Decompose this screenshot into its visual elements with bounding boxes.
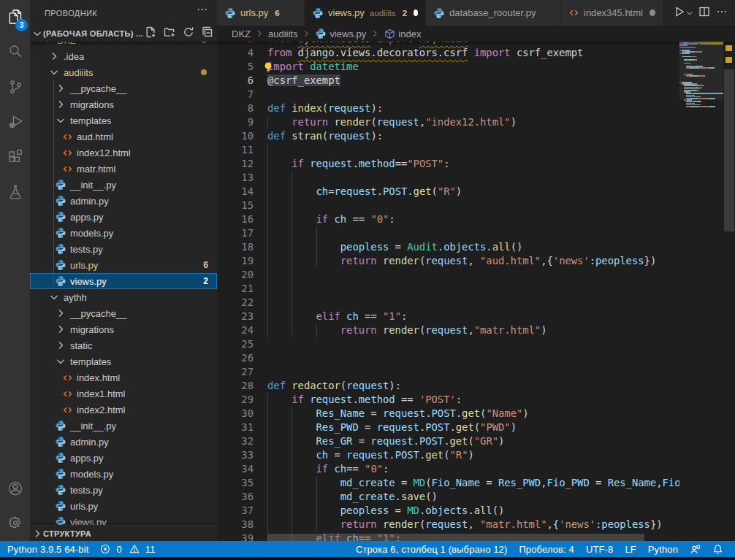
minimap[interactable] <box>679 42 723 541</box>
code-line-37[interactable]: 37 peopless = MD.objects.all() <box>217 504 679 518</box>
code-line-32[interactable]: 32 Res_GR = request.POST.get("GR") <box>217 434 679 448</box>
code-line-8[interactable]: 8def index(request): <box>217 101 679 115</box>
code-line-13[interactable]: 13 <box>217 171 679 185</box>
tree-file-index1.html[interactable]: index1.html <box>30 386 217 402</box>
dirty-indicator-icon[interactable] <box>650 9 655 16</box>
status-python-interpreter[interactable]: Python 3.9.5 64-bit <box>7 544 94 555</box>
code-line-24[interactable]: 24 return render(request,"matr.html") <box>217 323 679 337</box>
code-line-38[interactable]: 38 return render(request, "matr.html",{'… <box>217 518 679 532</box>
status-cursor-position[interactable]: Строка 6, столбец 1 (выбрано 12) <box>356 544 513 555</box>
code-line-23[interactable]: 23 elif ch == "1": <box>217 310 679 323</box>
code-line-29[interactable]: 29 if request.method == 'POST': <box>217 393 679 407</box>
tree-file-urls.py[interactable]: urls.py6 <box>30 257 217 273</box>
tree-file-matr.html[interactable]: matr.html <box>30 161 217 177</box>
new-file-button[interactable] <box>143 26 158 41</box>
horizontal-scrollbar[interactable] <box>267 534 644 541</box>
split-editor-button[interactable] <box>697 4 712 22</box>
tree-folder-migrations[interactable]: migrations <box>30 96 217 112</box>
refresh-button[interactable] <box>181 26 196 41</box>
tree-folder-audiiits[interactable]: audiiits <box>30 64 217 80</box>
tree-folder-templates[interactable]: templates <box>30 353 217 369</box>
activity-bar-run-debug-icon[interactable] <box>0 106 30 138</box>
code-line-21[interactable]: 21 <box>217 282 679 296</box>
tree-file-urls.py[interactable]: urls.py <box>30 498 217 514</box>
code-line-22[interactable]: 22 <box>217 296 679 310</box>
more-actions-button[interactable] <box>715 4 729 22</box>
code-editor[interactable]: 3from aythh.models import MD,Audit4from … <box>217 42 679 541</box>
tree-file-apps.py[interactable]: apps.py <box>30 209 217 225</box>
tree-file-tests.py[interactable]: tests.py <box>30 241 217 257</box>
tree-folder-__pycache__[interactable]: __pycache__ <box>30 305 217 321</box>
tree-folder-aythh[interactable]: aythh <box>30 289 217 305</box>
code-line-10[interactable]: 10def stran(request): <box>217 129 679 143</box>
code-line-18[interactable]: 18 peopless = Audit.objects.all() <box>217 240 679 254</box>
tree-file-admin.py[interactable]: admin.py <box>30 434 217 450</box>
vertical-scrollbar[interactable] <box>724 69 734 231</box>
tab-index345.html[interactable]: index345.html <box>561 0 663 26</box>
code-line-17[interactable]: 17 <box>217 226 679 240</box>
status-language-mode[interactable]: Python <box>642 544 684 555</box>
code-line-34[interactable]: 34 if ch== "0": <box>217 462 679 476</box>
tree-file-admin.py[interactable]: admin.py <box>30 193 217 209</box>
tree-folder-templates[interactable]: templates <box>30 112 217 129</box>
breadcrumb-item-index[interactable]: index <box>384 28 421 39</box>
chevron-down-button[interactable] <box>685 4 694 22</box>
workspace-section-header[interactable]: (РАБОЧАЯ ОБЛАСТЬ) ... <box>30 26 217 42</box>
activity-bar-extensions-icon[interactable] <box>0 141 30 173</box>
activity-bar-settings-gear-icon[interactable] <box>0 507 30 539</box>
tree-file-aud.html[interactable]: aud.html <box>30 129 217 145</box>
tree-file-apps.py[interactable]: apps.py <box>30 450 217 466</box>
code-line-16[interactable]: 16 if ch == "0": <box>217 212 679 226</box>
tree-file-index.html[interactable]: index.html <box>30 369 217 386</box>
tree-file-index12.html[interactable]: index12.html <box>30 145 217 161</box>
outline-section-header[interactable]: СТРУКТУРА <box>30 525 217 541</box>
tab-views.py[interactable]: views.pyaudiiits2 <box>305 0 426 26</box>
status-problems[interactable]: 011 <box>94 544 161 555</box>
activity-bar-search-icon[interactable] <box>0 36 30 68</box>
views-and-more-actions-button[interactable]: ⋯ <box>197 3 208 16</box>
collapse-all-button[interactable] <box>200 26 215 41</box>
code-line-28[interactable]: 28def redactor(request): <box>217 379 679 393</box>
code-line-27[interactable]: 27 <box>217 365 679 379</box>
activity-bar-testing-icon[interactable] <box>0 176 30 208</box>
status-eol[interactable]: LF <box>619 544 641 555</box>
code-line-15[interactable]: 15 <box>217 199 679 212</box>
code-line-26[interactable]: 26 <box>217 351 679 365</box>
status-encoding[interactable]: UTF-8 <box>580 544 619 555</box>
code-line-33[interactable]: 33 ch = request.POST.get("R") <box>217 448 679 462</box>
code-line-14[interactable]: 14 ch=request.POST.get("R") <box>217 185 679 199</box>
activity-bar-source-control-icon[interactable] <box>0 71 30 103</box>
status-notifications[interactable] <box>707 544 729 555</box>
tab-urls.py[interactable]: urls.py6 <box>217 0 305 26</box>
code-line-7[interactable]: 7 <box>217 88 679 101</box>
code-line-4[interactable]: 4from django.views.decorators.csrf impor… <box>217 46 679 60</box>
code-line-35[interactable]: 35 md_create = MD(Fio_Name = Res_PWD,Fio… <box>217 476 679 490</box>
tree-file-models.py[interactable]: models.py <box>30 466 217 482</box>
tree-file-views.py[interactable]: views.py <box>30 514 217 525</box>
code-line-25[interactable]: 25 <box>217 337 679 351</box>
tree-folder-__pycache__[interactable]: __pycache__ <box>30 80 217 96</box>
tree-file-models.py[interactable]: models.py <box>30 225 217 241</box>
tree-folder-.idea[interactable]: .idea <box>30 48 217 64</box>
code-line-36[interactable]: 36 md_create.save() <box>217 490 679 504</box>
tree-file-tests.py[interactable]: tests.py <box>30 482 217 498</box>
tree-file-index2.html[interactable]: index2.html <box>30 402 217 418</box>
code-line-19[interactable]: 19 return render(request, "aud.html",{'n… <box>217 254 679 268</box>
status-indentation[interactable]: Пробелов: 4 <box>513 544 580 555</box>
tree-folder-migrations[interactable]: migrations <box>30 321 217 337</box>
code-line-6[interactable]: 6@csrf_exempt <box>217 74 679 88</box>
breadcrumb-item-audiiits[interactable]: audiiits <box>268 28 297 39</box>
code-line-5[interactable]: 5import datetime <box>217 60 679 74</box>
code-line-30[interactable]: 30 Res_Name = request.POST.get("Name") <box>217 407 679 421</box>
breadcrumb-item-DKZ[interactable]: DKZ <box>232 28 251 39</box>
tab-database_roouter.py[interactable]: database_roouter.py <box>426 0 561 26</box>
tree-file-__init__.py[interactable]: __init__.py <box>30 418 217 434</box>
code-line-12[interactable]: 12 if request.method=="POST": <box>217 157 679 171</box>
code-line-11[interactable]: 11 <box>217 143 679 157</box>
tree-file-views.py[interactable]: views.py2 <box>30 273 217 289</box>
breadcrumb-item-views.py[interactable]: views.py <box>315 28 366 39</box>
code-line-20[interactable]: 20 <box>217 268 679 282</box>
activity-bar-account-icon[interactable] <box>0 472 30 505</box>
tree-folder-DKZ[interactable]: DKZ <box>30 42 217 48</box>
lightbulb-icon[interactable] <box>262 61 274 76</box>
